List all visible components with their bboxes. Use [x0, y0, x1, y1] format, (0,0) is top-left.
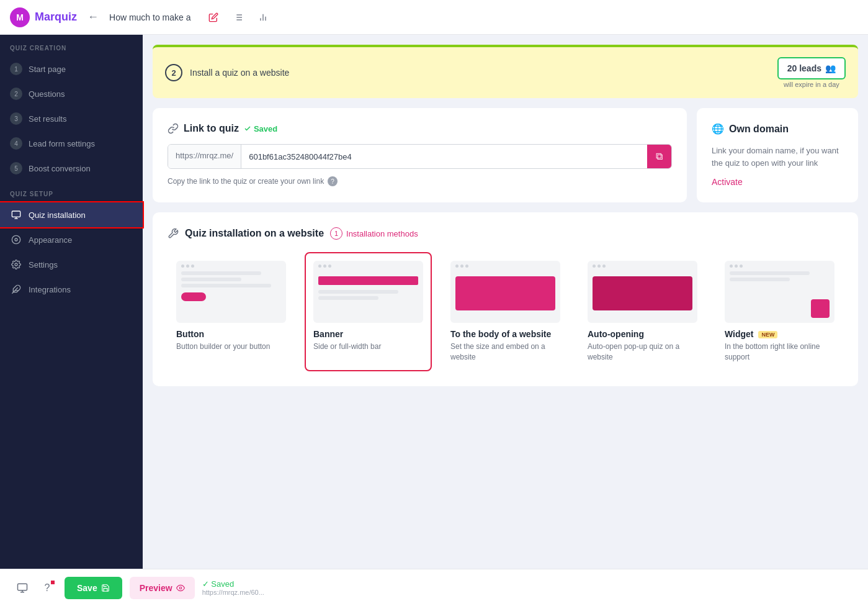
save-label: Save	[77, 583, 97, 593]
save-button[interactable]: Save	[65, 577, 122, 599]
saved-label: Saved	[254, 124, 277, 133]
activate-link[interactable]: Activate	[712, 177, 743, 187]
url-input[interactable]	[241, 145, 647, 168]
pencil-icon[interactable]	[204, 7, 223, 27]
install-title-text: Quiz installation on a website	[185, 228, 324, 239]
sidebar-item-lead-form[interactable]: 4 Lead form settings	[0, 131, 143, 156]
method-button[interactable]: Button Button builder or your button	[168, 252, 295, 371]
method-banner[interactable]: Banner Side or full-width bar	[305, 252, 432, 371]
saved-text: ✓ Saved	[202, 579, 264, 589]
question-icon[interactable]: ?	[37, 578, 57, 598]
palette-icon	[10, 233, 22, 246]
quiz-setup-label: QUIZ SETUP	[0, 181, 143, 202]
topbar-icons	[204, 7, 273, 27]
leads-button[interactable]: 20 leads 👥	[777, 57, 846, 79]
badge-label: Installation methods	[346, 229, 418, 238]
sidebar-item-start-page[interactable]: 1 Start page	[0, 57, 143, 81]
own-domain-title-text: Own domain	[729, 124, 789, 135]
topbar: M Marquiz ← How much to make a	[0, 0, 868, 35]
link-input-row: https://mrqz.me/ ⧉	[168, 144, 672, 169]
widget-method-name: Widget NEW	[725, 329, 834, 339]
sidebar: QUIZ CREATION 1 Start page 2 Questions 3…	[0, 35, 143, 569]
saved-status: ✓ Saved https://mrqz.me/60...	[202, 579, 264, 596]
sidebar-label-lead-form: Lead form settings	[29, 139, 95, 148]
list-icon[interactable]	[228, 7, 248, 27]
leads-section: 20 leads 👥 will expire in a day	[777, 57, 846, 88]
sidebar-item-set-results[interactable]: 3 Set results	[0, 106, 143, 131]
install-title: Quiz installation on a website 1 Install…	[168, 227, 843, 240]
svg-point-20	[179, 587, 182, 589]
logo-icon: M	[10, 7, 30, 27]
help-circle-icon[interactable]	[12, 578, 32, 598]
copy-button[interactable]: ⧉	[647, 145, 671, 168]
logo: M Marquiz	[10, 7, 77, 27]
method-widget[interactable]: Widget NEW In the bottom right like onli…	[716, 252, 843, 371]
sidebar-item-appearance[interactable]: Appearance	[0, 227, 143, 252]
step-num-3: 3	[10, 112, 22, 125]
logo-text: Marquiz	[35, 11, 77, 24]
body-preview	[450, 261, 560, 323]
auto-method-name: Auto-opening	[588, 329, 697, 339]
auto-preview	[588, 261, 697, 323]
step-num-1: 1	[10, 63, 22, 75]
sidebar-item-settings[interactable]: Settings	[0, 252, 143, 277]
help-icon[interactable]: ?	[328, 176, 338, 186]
svg-point-14	[15, 263, 17, 266]
monitor-icon	[10, 209, 22, 221]
widget-preview	[725, 261, 834, 323]
new-badge: NEW	[758, 331, 777, 338]
step-num-2: 2	[10, 88, 22, 100]
button-method-name: Button	[176, 329, 286, 339]
settings-icon	[10, 258, 22, 271]
sidebar-label-settings: Settings	[29, 260, 58, 269]
sidebar-item-integrations[interactable]: Integrations	[0, 277, 143, 302]
saved-indicator: Saved	[244, 124, 277, 133]
puzzle-icon	[10, 283, 22, 296]
page-title: How much to make a	[109, 12, 191, 22]
install-methods: Button Button builder or your button Ban…	[168, 252, 843, 371]
leads-expire: will expire in a day	[777, 81, 846, 88]
sidebar-item-quiz-installation[interactable]: Quiz installation	[0, 202, 143, 227]
widget-method-desc: In the bottom right like online support	[725, 341, 834, 363]
own-domain-desc: Link your domain name, if you want the q…	[712, 145, 843, 169]
back-button[interactable]: ←	[84, 9, 102, 26]
body-method-name: To the body of a website	[450, 329, 560, 339]
barchart-icon[interactable]	[253, 7, 273, 27]
content-area: 2 Install a quiz on a website 20 leads 👥…	[143, 35, 868, 569]
globe-icon: 🌐	[712, 123, 724, 135]
preview-button[interactable]: Preview	[130, 577, 195, 599]
sidebar-label-integrations: Integrations	[29, 285, 71, 294]
link-card: Link to quiz Saved https://mrqz.me/ ⧉ Co…	[153, 108, 687, 202]
method-auto[interactable]: Auto-opening Auto-open pop-up quiz on a …	[579, 252, 706, 371]
auto-method-desc: Auto-open pop-up quiz on a website	[588, 341, 697, 363]
body-method-desc: Set the size and embed on a website	[450, 341, 560, 363]
people-icon: 👥	[825, 63, 836, 73]
sidebar-item-questions[interactable]: 2 Questions	[0, 81, 143, 106]
notif-step-num: 2	[165, 64, 182, 81]
help-text: Copy the link to the quiz or create your…	[168, 177, 324, 186]
sidebar-label-boost-conversion: Boost conversion	[29, 164, 91, 173]
svg-rect-17	[18, 584, 27, 590]
install-methods-badge[interactable]: 1 Installation methods	[330, 227, 418, 240]
main-layout: QUIZ CREATION 1 Start page 2 Questions 3…	[0, 35, 868, 569]
method-body[interactable]: To the body of a website Set the size an…	[442, 252, 569, 371]
sidebar-label-set-results: Set results	[29, 114, 66, 124]
bottombar-icons: ?	[12, 578, 57, 598]
notif-left: 2 Install a quiz on a website	[165, 64, 289, 81]
sidebar-item-boost-conversion[interactable]: 5 Boost conversion	[0, 156, 143, 181]
badge-number: 1	[330, 227, 342, 240]
button-preview	[176, 261, 286, 323]
button-method-desc: Button builder or your button	[176, 341, 286, 352]
link-card-title: Link to quiz Saved	[168, 123, 672, 134]
preview-label: Preview	[140, 583, 172, 593]
svg-rect-9	[12, 211, 20, 217]
url-prefix: https://mrqz.me/	[168, 145, 241, 168]
sidebar-label-questions: Questions	[29, 89, 65, 99]
own-domain-card: 🌐 Own domain Link your domain name, if y…	[697, 108, 858, 202]
sidebar-label-start-page: Start page	[29, 65, 66, 74]
bottombar: ? Save Preview ✓ Saved https://mrqz.me/6…	[0, 569, 868, 606]
link-title-text: Link to quiz	[184, 123, 239, 134]
banner-method-desc: Side or full-width bar	[313, 341, 423, 352]
link-help: Copy the link to the quiz or create your…	[168, 176, 672, 186]
banner-preview	[313, 261, 423, 323]
